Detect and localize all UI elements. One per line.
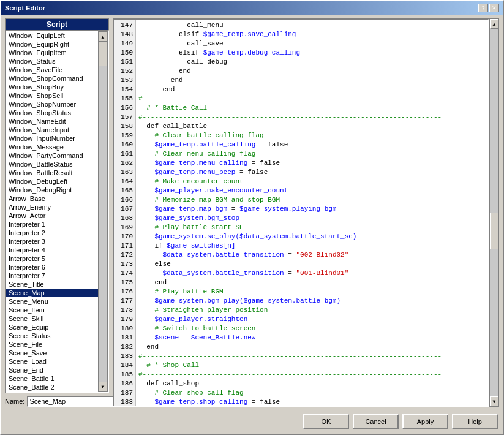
list-item[interactable]: Arrow_Base [6, 194, 98, 203]
code-token: = [284, 251, 296, 259]
name-label: Name: [5, 398, 24, 405]
line-number: 181 [114, 333, 135, 342]
code-token: # * Battle Call [138, 104, 207, 112]
line-number: 157 [114, 113, 135, 122]
list-item[interactable]: Window_ShopNumber [6, 100, 98, 108]
code-token [138, 297, 154, 304]
list-item[interactable]: Window_PartyCommand [6, 151, 98, 160]
list-item[interactable]: Window_InputNumber [6, 134, 98, 143]
code-line: end [138, 85, 486, 94]
list-item[interactable]: Scene_Load [6, 357, 98, 366]
line-number: 155 [114, 94, 135, 104]
code-token: #---------------------------------------… [138, 352, 442, 360]
list-item[interactable]: Window_ShopSell [6, 91, 98, 100]
list-item[interactable]: Window_NameEdit [6, 117, 98, 126]
scroll-up-button[interactable]: ▲ [99, 32, 107, 42]
code-token: # Play battle start SE [138, 224, 244, 231]
list-item[interactable]: Interpreter 5 [6, 254, 98, 263]
code-token: = [227, 205, 239, 213]
list-item[interactable]: Interpreter 6 [6, 263, 98, 271]
line-number: 167 [114, 205, 135, 214]
list-item[interactable]: Window_Status [6, 57, 98, 66]
list-item[interactable]: Scene_Battle 2 [6, 383, 98, 392]
code-scroll-track [490, 29, 498, 396]
list-item[interactable]: Scene_Battle 3 [6, 392, 98, 392]
line-number: 165 [114, 186, 135, 195]
name-input[interactable] [27, 396, 116, 407]
code-line: $game_temp.map_bgm = $game_system.playin… [138, 205, 486, 214]
code-token: $game_temp.battle_calling [154, 141, 255, 148]
list-item[interactable]: Window_DebugLeft [6, 177, 98, 186]
list-item[interactable]: Arrow_Actor [6, 211, 98, 220]
list-item[interactable]: Interpreter 7 [6, 271, 98, 280]
list-item[interactable]: Interpreter 2 [6, 229, 98, 237]
line-number: 160 [114, 140, 135, 149]
code-token: $scene = Scene_Battle.new [154, 334, 255, 341]
line-number: 168 [114, 214, 135, 223]
list-item[interactable]: Scene_Status [6, 331, 98, 340]
list-item[interactable]: Window_ShopCommand [6, 74, 98, 83]
list-item[interactable]: Scene_Save [6, 349, 98, 357]
list-item[interactable]: Scene_End [6, 366, 98, 374]
code-content[interactable]: call_menu elsif $game_temp.save_calling … [136, 20, 488, 406]
list-item[interactable]: Scene_Title [6, 280, 98, 289]
list-item[interactable]: Window_ShopStatus [6, 108, 98, 117]
list-item[interactable]: Arrow_Enemy [6, 203, 98, 211]
code-line: $game_player.straighten [138, 315, 486, 324]
code-line: call_debug [138, 58, 486, 67]
code-line: if $game_switches[n] [138, 241, 486, 251]
code-token: end [138, 77, 183, 84]
code-line: $game_temp.menu_beep = false [138, 168, 486, 177]
cancel-button[interactable]: Cancel [353, 414, 399, 429]
code-token: def call_shop [138, 380, 199, 387]
help-button[interactable]: Help [452, 414, 498, 429]
list-item[interactable]: Scene_Map [6, 289, 98, 297]
apply-button[interactable]: Apply [402, 414, 448, 429]
code-scroll-up-button[interactable]: ▲ [490, 19, 498, 29]
scroll-down-button[interactable]: ▼ [99, 382, 107, 392]
list-item[interactable]: Interpreter 1 [6, 220, 98, 229]
list-item[interactable]: Window_BattleStatus [6, 160, 98, 168]
line-number: 172 [114, 251, 135, 260]
list-item[interactable]: Window_Message [6, 143, 98, 151]
code-token: # Make encounter count [138, 178, 244, 185]
list-item[interactable]: Window_NameInput [6, 126, 98, 134]
code-area[interactable]: 1471481491501511521531541551561571581591… [113, 18, 489, 407]
list-item[interactable]: Window_EquipRight [6, 40, 98, 48]
line-number: 179 [114, 315, 135, 324]
code-token: end [138, 86, 175, 93]
code-line: end [138, 342, 486, 352]
list-item[interactable]: Window_SaveFile [6, 66, 98, 74]
code-scrollbar[interactable]: ▲ ▼ [489, 18, 499, 407]
code-line: end [138, 67, 486, 76]
list-item[interactable]: Window_EquipItem [6, 48, 98, 57]
code-token: $data_system.battle_transition [163, 270, 284, 277]
code-token: end [138, 67, 191, 75]
list-item[interactable]: Scene_File [6, 340, 98, 349]
list-item[interactable]: Window_ShopBuy [6, 83, 98, 91]
line-number: 184 [114, 361, 135, 370]
code-line: $scene = Scene_Battle.new [138, 333, 486, 342]
list-item[interactable]: Window_DebugRight [6, 186, 98, 194]
list-item[interactable]: Scene_Equip [6, 323, 98, 331]
code-token: $game_temp.map_bgm [154, 205, 227, 213]
scroll-thumb[interactable] [99, 42, 107, 66]
script-list[interactable]: Window_EquipLeftWindow_EquipRightWindow_… [6, 31, 98, 392]
list-item[interactable]: Interpreter 3 [6, 237, 98, 246]
list-item[interactable]: Scene_Skill [6, 314, 98, 323]
list-item[interactable]: Scene_Battle 1 [6, 374, 98, 383]
list-item[interactable]: Window_EquipLeft [6, 31, 98, 40]
code-line: #---------------------------------------… [138, 113, 486, 122]
code-token: call_debug [138, 58, 227, 66]
list-item[interactable]: Scene_Item [6, 306, 98, 314]
close-title-button[interactable]: ✕ [489, 4, 499, 12]
list-item[interactable]: Scene_Menu [6, 297, 98, 306]
code-token: # Play battle BGM [138, 288, 224, 295]
list-scrollbar[interactable]: ▲ ▼ [98, 31, 108, 392]
list-item[interactable]: Interpreter 4 [6, 246, 98, 254]
list-item[interactable]: Window_BattleResult [6, 168, 98, 177]
code-scroll-down-button[interactable]: ▼ [490, 396, 498, 406]
code-scroll-thumb[interactable] [490, 213, 498, 249]
help-title-button[interactable]: ? [478, 4, 488, 12]
ok-button[interactable]: OK [303, 414, 349, 429]
